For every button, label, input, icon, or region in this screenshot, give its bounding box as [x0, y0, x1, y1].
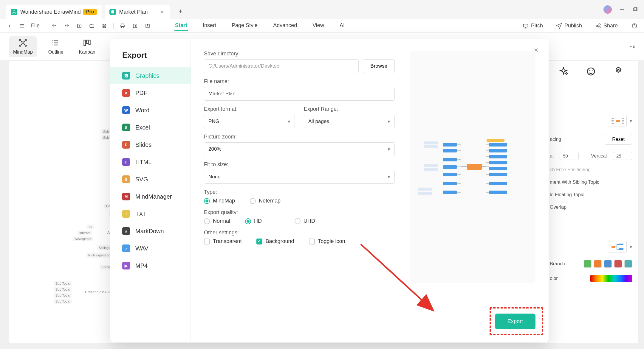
svg-rect-32	[616, 120, 620, 122]
document-tab[interactable]: Market Plan ×	[105, 5, 170, 19]
publish-button[interactable]: Publish	[556, 23, 582, 29]
dialog-title: Export	[110, 51, 191, 67]
picture-zoom-select[interactable]: 200%	[204, 142, 395, 156]
menu-advanced[interactable]: Advanced	[273, 21, 298, 31]
vertical-spinbox[interactable]: 25	[613, 152, 632, 160]
branch-style-thumbnail[interactable]	[609, 241, 627, 253]
radio-quality-hd[interactable]: HD	[245, 218, 262, 224]
swatch[interactable]	[594, 260, 602, 268]
format-item-pdf[interactable]: APDF	[110, 84, 191, 102]
swatch[interactable]	[614, 260, 622, 268]
gear-icon[interactable]	[614, 67, 623, 76]
browse-button[interactable]: Browse	[363, 59, 395, 73]
smiley-icon[interactable]	[586, 67, 596, 76]
print-icon[interactable]	[119, 22, 126, 29]
menu-view[interactable]: View	[312, 21, 325, 31]
radio-icon	[204, 218, 210, 224]
viewmode-outline[interactable]: Outline	[44, 36, 68, 57]
checkbox-transparent[interactable]: Transparent	[204, 238, 242, 244]
file-name-input[interactable]	[204, 87, 395, 101]
export-quality-label: Export quality:	[204, 209, 395, 216]
layout-thumbnail[interactable]	[609, 115, 627, 127]
checkbox-toggle-icon[interactable]: Toggle icon	[309, 238, 345, 244]
format-item-slides[interactable]: PSlides	[110, 136, 191, 153]
swatch[interactable]	[624, 260, 632, 268]
svg-point-14	[599, 24, 600, 25]
viewmode-mindmap[interactable]: MindMap	[9, 36, 37, 57]
right-edge-label: Ex	[629, 44, 635, 49]
fit-to-size-select[interactable]: None	[204, 170, 395, 184]
export-range-select[interactable]: All pages	[304, 115, 395, 128]
format-item-html[interactable]: HHTML	[110, 153, 191, 171]
bg-node: Rich experienc	[86, 253, 112, 258]
viewmode-kanban[interactable]: Kanban	[75, 36, 100, 57]
format-item-mindmanager[interactable]: MMindManager	[110, 188, 191, 205]
menu-start[interactable]: Start	[174, 21, 188, 31]
pitch-button[interactable]: Pitch	[523, 23, 543, 29]
swatch[interactable]	[584, 260, 592, 268]
export-format-select[interactable]: PNG	[204, 115, 295, 128]
format-item-txt[interactable]: TTXT	[110, 205, 191, 222]
help-icon[interactable]	[631, 22, 638, 29]
chevron-down-icon[interactable]: ▾	[630, 118, 632, 124]
user-avatar[interactable]	[603, 5, 612, 14]
checkbox-background[interactable]: Background	[256, 238, 294, 244]
rainbow-picker[interactable]	[590, 275, 632, 282]
format-item-svg[interactable]: SSVG	[110, 171, 191, 188]
hamburger-icon[interactable]	[18, 22, 26, 29]
redo-icon[interactable]	[63, 22, 70, 29]
horizontal-spinbox[interactable]: 50	[560, 152, 579, 160]
doc-tab-title: Market Plan	[119, 9, 148, 15]
svg-point-18	[19, 39, 21, 41]
menu-ai[interactable]: AI	[339, 21, 345, 31]
separator	[45, 23, 45, 29]
sparkle-icon[interactable]	[559, 67, 568, 76]
open-icon[interactable]	[88, 22, 95, 29]
bg-node: Sub Topic	[54, 293, 72, 298]
reset-button[interactable]: Reset	[605, 134, 632, 145]
chevron-down-icon[interactable]: ▾	[630, 244, 632, 250]
svg-point-24	[52, 44, 53, 45]
bg-node: TV	[86, 225, 94, 229]
swatch[interactable]	[604, 260, 612, 268]
export-preview	[410, 51, 535, 283]
share-icon[interactable]	[131, 22, 139, 29]
format-icon: P	[122, 141, 130, 149]
radio-type-notemap[interactable]: Notemap	[250, 198, 281, 204]
svg-rect-41	[619, 248, 623, 250]
close-tab-icon[interactable]: ×	[159, 9, 165, 15]
minimize-icon[interactable]	[619, 7, 625, 13]
file-menu[interactable]: File	[31, 23, 40, 29]
menu-page-style[interactable]: Page Style	[231, 21, 258, 31]
menu-insert[interactable]: Insert	[202, 21, 217, 31]
format-item-markdown[interactable]: #MarkDown	[110, 222, 191, 240]
export-button[interactable]: Export	[495, 314, 535, 329]
back-icon[interactable]	[6, 22, 13, 29]
new-icon[interactable]	[76, 22, 83, 29]
radio-quality-normal[interactable]: Normal	[204, 218, 230, 224]
undo-icon[interactable]	[51, 22, 58, 29]
bg-node: Sub Topic	[54, 287, 72, 292]
format-label: SVG	[135, 176, 148, 183]
svg-rect-57	[489, 149, 507, 152]
format-item-excel[interactable]: SExcel	[110, 119, 191, 136]
format-item-wav[interactable]: ♪WAV	[110, 240, 191, 257]
radio-type-mindmap[interactable]: MindMap	[204, 198, 235, 204]
radio-quality-uhd[interactable]: UHD	[295, 218, 315, 224]
svg-rect-44	[443, 149, 457, 152]
save-directory-input[interactable]	[204, 59, 359, 73]
svg-rect-42	[467, 164, 482, 170]
format-item-word[interactable]: WWord	[110, 102, 191, 119]
doc-tab-icon	[109, 9, 116, 15]
format-list: 🖼GraphicsAPDFWWordSExcelPSlidesHHTMLSSVG…	[110, 67, 191, 274]
new-tab-button[interactable]: +	[176, 7, 185, 16]
save-icon[interactable]	[101, 22, 108, 29]
app-tab[interactable]: Wondershare EdrawMind Pro	[6, 5, 102, 19]
format-item-graphics[interactable]: 🖼Graphics	[110, 67, 191, 84]
svg-rect-3	[112, 10, 114, 14]
share-button[interactable]: Share	[595, 23, 618, 29]
format-item-mp4[interactable]: ▶MP4	[110, 257, 191, 274]
maximize-icon[interactable]	[632, 7, 638, 13]
radio-icon	[295, 218, 301, 224]
export-icon[interactable]	[144, 22, 151, 29]
